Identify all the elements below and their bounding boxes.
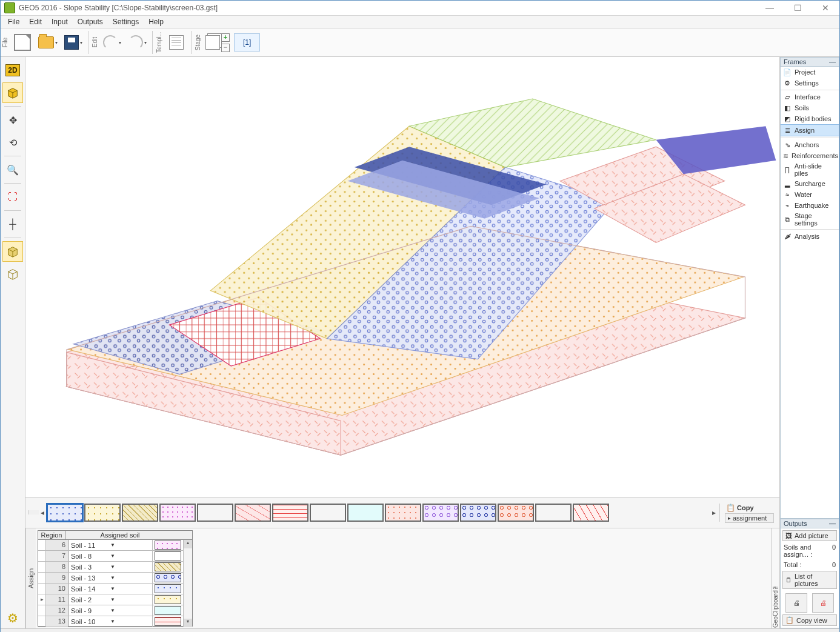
stage-manager-button[interactable]: +−	[204, 31, 232, 54]
frame-item-assign[interactable]: ≣Assign	[781, 124, 839, 136]
3d-viewport[interactable]	[25, 57, 779, 497]
view-2d-button[interactable]: 2D	[2, 60, 23, 81]
frame-item-surcharge[interactable]: ▂Surcharge	[781, 178, 839, 189]
geoclipboard-side-label: GeoClipboard™	[771, 528, 779, 628]
frames-minimize[interactable]: —	[829, 58, 836, 65]
palette-swatch-8[interactable]	[347, 504, 384, 522]
page-icon	[14, 34, 31, 51]
frame-item-project[interactable]: 📄Project	[781, 67, 839, 78]
table-row[interactable]: ▸11Soil - 2▼	[38, 594, 183, 605]
template-button[interactable]	[165, 31, 188, 54]
fit-view-button[interactable]: ⛶	[2, 187, 23, 207]
palette-next[interactable]: ▸	[711, 504, 717, 522]
frame-item-stage-settings[interactable]: ⧉Stage settings	[781, 211, 839, 228]
soil-dropdown[interactable]: Soil - 13▼	[68, 573, 153, 583]
frame-icon: 📄	[783, 68, 792, 76]
palette-swatch-1[interactable]	[84, 504, 121, 522]
printer-color-icon: 🖨	[820, 599, 827, 607]
pan-button[interactable]: ✥	[2, 110, 23, 130]
palette-swatch-2[interactable]	[122, 504, 158, 522]
menu-settings[interactable]: Settings	[108, 16, 144, 27]
table-row[interactable]: 9Soil - 13▼	[38, 573, 183, 584]
minimize-button[interactable]: —	[756, 1, 784, 15]
print-button[interactable]: 🖨	[785, 593, 807, 613]
palette-swatch-14[interactable]	[573, 504, 609, 522]
menu-file[interactable]: File	[3, 16, 24, 27]
open-file-button[interactable]: ▾	[36, 31, 59, 54]
frame-item-anchors[interactable]: ⇘Anchors	[781, 139, 839, 150]
palette-swatch-4[interactable]	[197, 504, 233, 522]
palette-swatch-12[interactable]	[498, 504, 534, 522]
palette-swatch-7[interactable]	[310, 504, 346, 522]
palette-swatch-0[interactable]	[47, 504, 83, 522]
palette-swatch-5[interactable]	[235, 504, 271, 522]
palette-swatch-3[interactable]	[159, 504, 196, 522]
frame-item-interface[interactable]: ▱Interface	[781, 91, 839, 102]
orbit-icon: ⟲	[7, 136, 19, 148]
palette-swatch-6[interactable]	[272, 504, 308, 522]
soil-dropdown[interactable]: Soil - 2▼	[68, 594, 153, 605]
add-picture-button[interactable]: 🖼Add picture	[782, 530, 837, 541]
print-color-button[interactable]: 🖨	[812, 593, 834, 613]
soil-dropdown[interactable]: Soil - 11▼	[68, 540, 153, 550]
table-row[interactable]: 12Soil - 9▼	[38, 605, 183, 616]
soil-dropdown[interactable]: Soil - 10▼	[68, 616, 153, 627]
soil-dropdown[interactable]: Soil - 9▼	[68, 605, 153, 616]
soil-swatch	[155, 617, 181, 626]
table-row[interactable]: 7Soil - 8▼	[38, 551, 183, 562]
table-row[interactable]: 8Soil - 3▼	[38, 562, 183, 573]
maximize-button[interactable]: ☐	[784, 1, 812, 15]
palette-swatch-13[interactable]	[535, 504, 572, 522]
frame-item-analysis[interactable]: 🌶Analysis	[781, 231, 839, 242]
clipboard-assignment-row[interactable]: ▸ assignment	[725, 513, 774, 523]
new-file-button[interactable]	[11, 31, 34, 54]
frame-item-reinforcements[interactable]: ≋Reinforcements	[781, 150, 839, 161]
copy-view-button[interactable]: 📋Copy view	[782, 614, 837, 626]
save-icon	[64, 35, 79, 50]
menu-help[interactable]: Help	[144, 16, 168, 27]
wire-view-button[interactable]	[2, 264, 23, 284]
soil-dropdown[interactable]: Soil - 14▼	[68, 584, 153, 594]
save-file-button[interactable]: ▾	[62, 31, 85, 54]
undo-button[interactable]: ▾	[101, 31, 124, 54]
outputs-minimize[interactable]: —	[829, 520, 836, 527]
chevron-down-icon: ▼	[110, 575, 150, 580]
menu-edit[interactable]: Edit	[24, 16, 47, 27]
settings-gear-button[interactable]: ⚙	[2, 608, 23, 628]
frame-item-soils[interactable]: ◧Soils	[781, 102, 839, 113]
frame-item-earthquake[interactable]: ⌁Earthquake	[781, 200, 839, 211]
frame-item-water[interactable]: ≈Water	[781, 189, 839, 200]
plus-icon: +	[221, 33, 230, 42]
orbit-button[interactable]: ⟲	[2, 132, 23, 153]
view-3d-button[interactable]	[2, 82, 23, 103]
table-row[interactable]: 13Soil - 10▼	[38, 616, 183, 627]
stage-tab-1[interactable]: [1]	[234, 33, 260, 52]
palette-swatch-9[interactable]	[385, 504, 421, 522]
palette-swatch-11[interactable]	[460, 504, 496, 522]
table-row[interactable]: 10Soil - 14▼	[38, 584, 183, 594]
frame-item-rigid-bodies[interactable]: ◩Rigid bodies	[781, 113, 839, 124]
close-button[interactable]: ✕	[812, 1, 839, 15]
frame-icon: ⧉	[783, 215, 792, 224]
redo-button[interactable]: ▾	[126, 31, 149, 54]
soil-dropdown[interactable]: Soil - 3▼	[68, 562, 153, 572]
menu-input[interactable]: Input	[47, 16, 73, 27]
outputs-total-value: 0	[832, 561, 836, 568]
table-row[interactable]: 6Soil - 11▼	[38, 540, 183, 551]
palette-prev[interactable]: ◂	[39, 504, 45, 522]
soil-dropdown[interactable]: Soil - 8▼	[68, 551, 153, 561]
palette-swatch-10[interactable]	[422, 504, 459, 522]
list-pictures-button[interactable]: 🗒List of pictures	[782, 571, 837, 589]
soil-name: Soil - 13	[71, 574, 110, 582]
frame-label: Stage settings	[795, 212, 836, 227]
zoom-window-button[interactable]: 🔍	[2, 159, 23, 180]
menu-outputs[interactable]: Outputs	[73, 16, 108, 27]
frame-item-anti-slide-piles[interactable]: ∏Anti-slide piles	[781, 161, 839, 178]
frame-item-settings[interactable]: ⚙Settings	[781, 78, 839, 88]
solid-view-button[interactable]	[2, 241, 23, 262]
table-scrollbar[interactable]: ▴▾	[183, 540, 192, 627]
frame-label: Soils	[795, 104, 809, 111]
axes-button[interactable]: ┼	[2, 214, 23, 235]
soil-palette: ◂ ▸ 📋 Copy ▸ assignment	[25, 497, 779, 528]
palette-side-label	[28, 510, 39, 514]
